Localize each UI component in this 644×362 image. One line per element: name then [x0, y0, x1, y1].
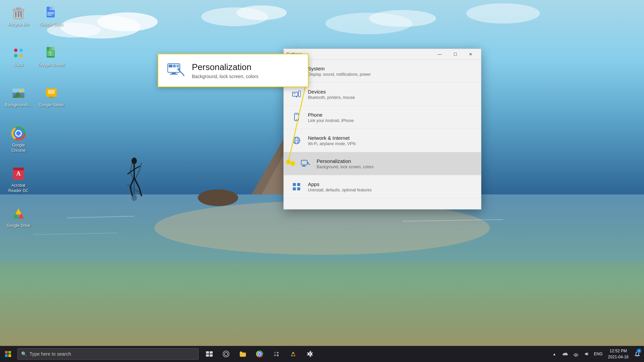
svg-rect-119: [296, 114, 298, 115]
svg-rect-140: [210, 351, 213, 354]
taskbar-drive-button[interactable]: [285, 346, 301, 362]
minimize-button[interactable]: —: [432, 49, 447, 60]
devices-text: Devices Bluetooth, printers, mouse: [308, 89, 355, 100]
network-title: Network & Internet: [308, 135, 356, 141]
svg-marker-94: [16, 209, 21, 213]
svg-text:A: A: [16, 170, 21, 177]
devices-icon: [290, 88, 303, 100]
svg-rect-137: [5, 354, 8, 357]
svg-rect-98: [170, 74, 178, 75]
settings-item-network[interactable]: Network & Internet Wi-Fi, airplane mode,…: [284, 129, 481, 152]
system-desc: Display, sound, notifications, power: [308, 72, 371, 77]
svg-rect-133: [293, 187, 296, 190]
desktop-icon-google-chrome[interactable]: Google Chrome: [3, 124, 34, 155]
phone-icon: [290, 111, 303, 123]
clock-time: 12:52 PM: [610, 348, 627, 354]
desktop-icon-google-drive[interactable]: Google Drive: [3, 204, 34, 230]
phone-desc: Link your Android, iPhone: [308, 118, 354, 123]
recycle-bin-label: Recycle Bin: [8, 22, 29, 27]
phone-text: Phone Link your Android, iPhone: [308, 112, 354, 123]
svg-point-143: [223, 351, 229, 357]
settings-item-personalization[interactable]: Personalization Background, lock screen,…: [284, 152, 481, 175]
svg-point-168: [575, 356, 576, 357]
svg-point-28: [131, 194, 137, 201]
system-text: System Display, sound, notifications, po…: [308, 66, 371, 77]
svg-rect-76: [49, 98, 54, 98]
apps-text: Apps Uninstall, defaults, optional featu…: [308, 181, 372, 192]
settings-window: Settings — ☐ ✕ Syste: [283, 49, 481, 209]
svg-rect-62: [49, 47, 52, 50]
settings-item-system[interactable]: System Display, sound, notifications, po…: [284, 60, 481, 83]
svg-point-151: [259, 353, 261, 355]
svg-marker-165: [293, 354, 296, 356]
google-chrome-icon: [10, 125, 26, 141]
google-sheets-icon: [43, 45, 59, 61]
svg-rect-66: [47, 55, 54, 56]
svg-rect-100: [173, 65, 176, 67]
close-button[interactable]: ✕: [463, 49, 478, 60]
svg-rect-113: [292, 92, 298, 96]
network-text: Network & Internet Wi-Fi, airplane mode,…: [308, 135, 356, 146]
svg-rect-38: [18, 11, 19, 17]
settings-item-phone[interactable]: Phone Link your Android, iPhone: [284, 106, 481, 129]
show-hidden-icons-button[interactable]: ▲: [549, 346, 560, 362]
svg-rect-58: [14, 55, 17, 57]
desktop-icon-google-sheets[interactable]: Google Sheets: [36, 44, 66, 69]
personalization-icon: [299, 158, 311, 170]
svg-marker-169: [585, 352, 587, 356]
svg-rect-97: [172, 72, 176, 74]
desktop-icon-acrobat[interactable]: A Acrobat Reader DC: [3, 164, 34, 195]
personalization-desc: Background, lock screen, colors: [317, 165, 374, 169]
svg-point-118: [296, 119, 297, 120]
taskbar-slack-button[interactable]: [268, 346, 284, 362]
svg-point-5: [236, 5, 287, 20]
svg-rect-99: [169, 65, 172, 67]
svg-rect-136: [8, 351, 11, 354]
taskbar-right: ▲ EN: [549, 346, 644, 362]
notification-button[interactable]: 9: [632, 346, 643, 362]
google-drive-icon: [10, 206, 26, 222]
google-sheets-label: Google Sheets: [38, 62, 64, 68]
svg-rect-41: [16, 8, 21, 9]
svg-rect-44: [49, 7, 52, 9]
apps-icon: [290, 181, 303, 193]
svg-point-8: [466, 3, 540, 23]
devices-title: Devices: [308, 89, 355, 95]
svg-rect-67: [50, 51, 51, 56]
system-clock[interactable]: 12:52 PM 2021-04-16: [605, 346, 632, 362]
onedrive-tray-icon[interactable]: [560, 346, 571, 362]
personalization-text: Personalization Background, lock screen,…: [317, 158, 374, 169]
taskbar-chrome-button[interactable]: [252, 346, 268, 362]
backgrounds-label: Backgrounds...: [5, 103, 32, 108]
svg-rect-64: [47, 52, 54, 53]
system-title: System: [308, 66, 371, 71]
volume-tray-icon[interactable]: [581, 346, 592, 362]
network-tray-icon[interactable]: [571, 346, 581, 362]
settings-item-apps[interactable]: Apps Uninstall, defaults, optional featu…: [284, 175, 481, 198]
desktop-icon-backgrounds[interactable]: Backgrounds...: [3, 84, 34, 109]
start-button[interactable]: [0, 346, 16, 362]
svg-rect-134: [297, 187, 300, 190]
taskbar-settings-button[interactable]: [302, 346, 318, 362]
svg-marker-164: [291, 354, 293, 356]
google-docs-label: Google Docs: [40, 22, 63, 27]
tooltip-title: Personalization: [192, 62, 258, 72]
language-button[interactable]: ENG: [592, 346, 605, 362]
svg-rect-162: [274, 355, 276, 356]
maximize-button[interactable]: ☐: [447, 49, 463, 60]
desktop-icon-recycle-bin[interactable]: Recycle Bin: [3, 3, 34, 29]
svg-rect-101: [176, 65, 179, 67]
svg-rect-139: [206, 351, 209, 354]
search-bar[interactable]: 🔍 Type here to search: [17, 348, 199, 360]
desktop-icon-slack[interactable]: Slack: [3, 44, 34, 69]
svg-rect-132: [297, 183, 300, 186]
desktop-icon-google-slides[interactable]: Google Slides: [36, 84, 66, 109]
file-explorer-button[interactable]: [235, 346, 251, 362]
backgrounds-icon: [10, 85, 26, 101]
devices-desc: Bluetooth, printers, mouse: [308, 95, 355, 100]
task-view-button[interactable]: [201, 346, 217, 362]
settings-item-devices[interactable]: Devices Bluetooth, printers, mouse: [284, 83, 481, 106]
cortana-button[interactable]: [218, 346, 234, 362]
svg-line-128: [307, 162, 310, 165]
desktop-icon-google-docs[interactable]: Google Docs: [36, 3, 66, 29]
